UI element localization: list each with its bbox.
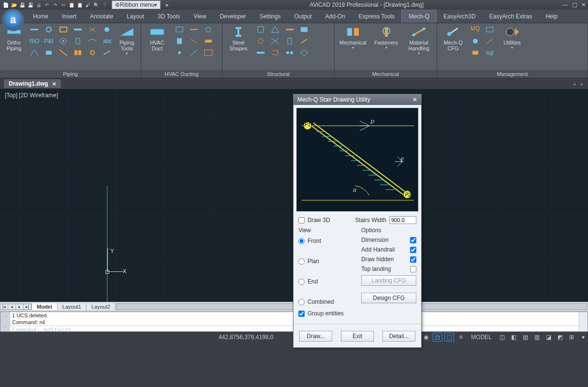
pipe-icon-7[interactable] [29, 48, 40, 57]
struct-icon-10[interactable] [270, 48, 280, 57]
pipe-icon-8[interactable] [44, 48, 54, 57]
menu-settings[interactable]: Settings [253, 10, 287, 23]
utilities-button[interactable]: Utilities▾ [499, 25, 525, 50]
maximize-button[interactable]: ▢ [572, 1, 577, 8]
pipe-icon-15[interactable]: abc [102, 37, 112, 45]
hvac-icon-4[interactable] [174, 37, 185, 45]
dialog-titlebar[interactable]: Mech-Q Stair Drawing Utility ✕ [294, 94, 421, 105]
layout-nav-first[interactable]: |◂ [0, 304, 8, 309]
menu-home[interactable]: Home [26, 10, 55, 23]
view-front-radio[interactable] [298, 238, 305, 244]
menu-insert[interactable]: Insert [55, 10, 83, 23]
sb-i5-icon[interactable]: ◪ [544, 333, 553, 342]
struct-icon-1[interactable] [255, 25, 266, 34]
struct-icon-12[interactable] [299, 48, 309, 57]
layout-tab-layout2[interactable]: Layout2 [87, 303, 116, 310]
draw-button[interactable]: Draw... [299, 331, 332, 342]
group-entities-checkbox[interactable] [298, 311, 305, 317]
view-end-radio[interactable] [298, 279, 305, 285]
ribbon-menu-button[interactable]: ⚙ Ribbon menu ▾ [112, 0, 161, 9]
mgmt-icon-5[interactable] [470, 48, 481, 57]
sb-model-label[interactable]: MODEL [468, 333, 495, 342]
menu-addon[interactable]: Add-On [318, 10, 352, 23]
qat-brush-icon[interactable]: 🖌 [84, 1, 92, 9]
close-button[interactable]: ✕ [581, 1, 586, 8]
mgmt-icon-6[interactable]: sql [485, 48, 495, 57]
struct-icon-3[interactable] [284, 25, 295, 34]
struct-icon-6[interactable] [270, 37, 280, 45]
layout-nav-next[interactable]: ▸ [16, 304, 24, 309]
menu-easyarch3d[interactable]: EasyArch3D [437, 10, 483, 23]
material-handling-button[interactable]: MaterialHandling▾ [404, 25, 434, 56]
menu-mechq[interactable]: Mech-Q [401, 10, 437, 23]
hvac-icon-6[interactable] [203, 37, 214, 45]
menu-annotate[interactable]: Annotate [83, 10, 120, 23]
piping-tools-button[interactable]: PipingTools ▾ [116, 25, 138, 56]
fasteners-button[interactable]: Fasteners▾ [372, 25, 400, 50]
mgmt-icon-3[interactable] [470, 37, 481, 45]
mechanical-button[interactable]: Mechanical▾ [338, 25, 368, 50]
pipe-icon-14[interactable] [87, 37, 98, 45]
pipe-icon-11[interactable] [87, 25, 98, 34]
hvac-icon-5[interactable] [189, 37, 199, 45]
pipe-icon-2[interactable] [44, 25, 54, 34]
qat-print-icon[interactable]: 🖨 [35, 1, 43, 9]
pipe-icon-3[interactable] [58, 25, 69, 34]
struct-icon-4[interactable] [299, 25, 309, 34]
qat-saveall-icon[interactable]: 💾 [27, 1, 34, 9]
qat-redo-icon[interactable]: ↷ [51, 1, 59, 9]
struct-icon-2[interactable] [270, 25, 280, 34]
cmdwin-scrollbar[interactable] [579, 312, 588, 331]
dialog-close-icon[interactable]: ✕ [412, 96, 417, 103]
struct-icon-9[interactable] [255, 48, 266, 57]
qat-cut-icon[interactable]: ✂ [59, 1, 67, 9]
pipe-icon-13[interactable] [73, 37, 83, 45]
pipe-icon-5[interactable]: P&ID [44, 37, 54, 45]
sb-i4-icon[interactable]: ▥ [532, 333, 542, 342]
sb-menu-icon[interactable]: ▾ [578, 333, 588, 342]
opt-hidden-checkbox[interactable] [410, 256, 416, 263]
hvac-icon-1[interactable] [174, 25, 185, 34]
hvac-icon-7[interactable] [174, 48, 185, 57]
menu-view[interactable]: View [187, 10, 213, 23]
hvac-duct-button[interactable]: HVACDuct [144, 25, 170, 51]
minimize-button[interactable]: — [562, 1, 568, 8]
app-logo-icon[interactable]: a [2, 9, 24, 31]
mgmt-icon-4[interactable] [485, 37, 495, 45]
opt-toplanding-checkbox[interactable] [410, 266, 416, 272]
qat-new-icon[interactable]: 📄 [2, 1, 10, 9]
qat-arrow-icon[interactable]: ➤ [163, 1, 171, 9]
view-plan-radio[interactable] [298, 258, 305, 265]
menu-layout[interactable]: Layout [120, 10, 151, 23]
stairs-width-input[interactable] [389, 216, 416, 224]
struct-icon-5[interactable] [255, 37, 266, 45]
document-tab[interactable]: Drawing1.dwg ✕ [4, 79, 61, 88]
steel-shapes-button[interactable]: SteelShapes [225, 25, 251, 51]
pipe-icon-10[interactable] [73, 25, 83, 34]
tab-close-icon[interactable]: ✕ [52, 81, 56, 87]
qat-paste-icon[interactable]: 📋 [76, 1, 84, 9]
struct-icon-7[interactable] [284, 37, 295, 45]
qat-copy-icon[interactable]: 📋 [68, 1, 75, 9]
design-cfg-button[interactable]: Design CFG [361, 293, 416, 303]
view-combined-radio[interactable] [298, 299, 305, 305]
qat-help-icon[interactable]: ? [101, 1, 108, 9]
exit-button[interactable]: Exit [341, 331, 374, 342]
mgmt-icon-1[interactable]: MQ [470, 25, 481, 34]
pipe-icon-17[interactable] [87, 48, 98, 57]
sb-i7-icon[interactable]: ⊞ [567, 333, 576, 342]
sb-i3-icon[interactable]: ▤ [520, 333, 530, 342]
qat-undo-icon[interactable]: ↶ [43, 1, 51, 9]
sb-i1-icon[interactable]: ◫ [497, 333, 507, 342]
menu-easyarch-extras[interactable]: EasyArch Extras [483, 10, 539, 23]
pipe-icon-16[interactable] [73, 48, 83, 57]
menu-express[interactable]: Express Tools [352, 10, 401, 23]
mgmt-icon-2[interactable] [485, 25, 495, 34]
mechq-cfg-button[interactable]: Mech-QCFG [440, 25, 466, 51]
draw3d-checkbox[interactable] [298, 217, 305, 223]
hvac-icon-8[interactable] [189, 48, 199, 57]
pipe-icon-9[interactable] [58, 48, 69, 57]
sb-otrack-icon[interactable]: ⬚ [444, 333, 454, 342]
menu-developer[interactable]: Developer [213, 10, 253, 23]
sb-i6-icon[interactable]: ◩ [555, 333, 565, 342]
